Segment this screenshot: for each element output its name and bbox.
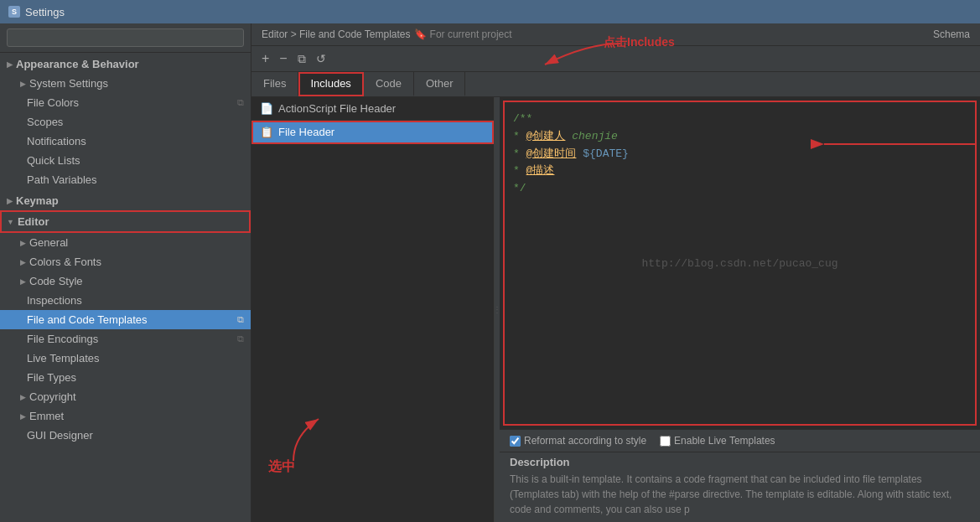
sidebar-item-path-variables[interactable]: Path Variables bbox=[0, 170, 251, 189]
template-item-file-header[interactable]: 📋 File Header bbox=[251, 121, 494, 144]
enable-live-label-text: Enable Live Templates bbox=[674, 435, 775, 447]
sidebar-item-file-encodings[interactable]: File Encodings ⧉ bbox=[0, 329, 251, 349]
description-title: Description bbox=[500, 452, 980, 472]
description-section: Description This is a built-in template.… bbox=[500, 452, 980, 522]
template-label-actionscript: ActionScript File Header bbox=[278, 102, 396, 115]
reformat-checkbox[interactable] bbox=[510, 436, 521, 447]
tab-includes[interactable]: Includes bbox=[298, 72, 363, 96]
code-asterisk-2: * bbox=[513, 147, 526, 160]
sidebar-item-scopes[interactable]: Scopes bbox=[0, 112, 251, 132]
code-time-label: @创建时间 bbox=[526, 147, 577, 160]
sidebar-item-keymap[interactable]: ▶ Keymap bbox=[0, 189, 251, 210]
template-header-icon: 📋 bbox=[260, 126, 273, 138]
expand-icon: ▶ bbox=[7, 197, 13, 205]
copy-icon-encodings: ⧉ bbox=[237, 333, 244, 344]
schema-label: Schema bbox=[933, 28, 970, 40]
sidebar-label-file-code-templates: File and Code Templates bbox=[27, 313, 148, 326]
title-bar-text: Settings bbox=[25, 6, 65, 18]
sidebar-label-path-variables: Path Variables bbox=[27, 173, 97, 186]
breadcrumb-text: Editor > File and Code Templates bbox=[262, 28, 411, 40]
code-line-3: * @创建时间 ${DATE} bbox=[513, 146, 967, 163]
copy-template-button[interactable]: ⧉ bbox=[294, 50, 309, 68]
enable-live-checkbox[interactable] bbox=[660, 436, 671, 447]
expand-icon-editor: ▼ bbox=[7, 218, 14, 226]
sidebar-label-copyright: Copyright bbox=[29, 390, 76, 403]
sidebar-label-quick-lists: Quick Lists bbox=[27, 154, 80, 167]
sidebar-label-general: General bbox=[29, 236, 68, 249]
sidebar-item-inspections[interactable]: Inspections bbox=[0, 291, 251, 310]
reset-button[interactable]: ↺ bbox=[313, 50, 329, 67]
expand-icon-code-style: ▶ bbox=[20, 277, 26, 286]
sidebar-item-editor[interactable]: ▼ Editor bbox=[0, 210, 251, 233]
copy-icon-templates: ⧉ bbox=[237, 314, 244, 325]
sidebar-item-appearance[interactable]: ▶ Appearance & Behavior bbox=[0, 53, 251, 74]
right-panel: Editor > File and Code Templates 🔖 For c… bbox=[251, 23, 980, 522]
sidebar-label-inspections: Inspections bbox=[27, 294, 82, 307]
enable-live-checkbox-label[interactable]: Enable Live Templates bbox=[660, 435, 775, 447]
sidebar-item-colors-fonts[interactable]: ▶ Colors & Fonts bbox=[0, 252, 251, 271]
sidebar-label-keymap: Keymap bbox=[16, 194, 59, 207]
sidebar-label-editor: Editor bbox=[18, 215, 49, 228]
app-icon: S bbox=[8, 6, 20, 18]
split-panel: 📄 ActionScript File Header 📋 File Header bbox=[251, 97, 980, 522]
sidebar-label-live-templates: Live Templates bbox=[27, 352, 99, 364]
description-text: This is a built-in template. It contains… bbox=[500, 472, 980, 522]
sidebar-label-file-types: File Types bbox=[27, 371, 76, 384]
bottom-controls: Reformat according to style Enable Live … bbox=[500, 429, 980, 452]
sidebar-item-notifications[interactable]: Notifications bbox=[0, 132, 251, 151]
sidebar-label-gui-designer: GUI Designer bbox=[27, 429, 93, 442]
sidebar-item-copyright[interactable]: ▶ Copyright bbox=[0, 387, 251, 406]
code-line-2: * @创建人 chenjie bbox=[513, 128, 967, 146]
expand-icon: ▶ bbox=[7, 60, 13, 69]
code-date-variable: ${DATE} bbox=[583, 147, 629, 160]
sidebar-item-file-colors[interactable]: File Colors ⧉ bbox=[0, 93, 251, 112]
watermark-text: http://blog.csdn.net/pucao_cug bbox=[641, 257, 837, 270]
sidebar-item-live-templates[interactable]: Live Templates bbox=[0, 349, 251, 368]
sidebar-search[interactable] bbox=[0, 23, 251, 53]
sidebar: ▶ Appearance & Behavior ▶ System Setting… bbox=[0, 23, 251, 522]
expand-icon-emmet: ▶ bbox=[20, 412, 26, 421]
main-content: ▶ Appearance & Behavior ▶ System Setting… bbox=[0, 23, 980, 522]
code-line-5: */ bbox=[513, 180, 967, 198]
sidebar-label-code-style: Code Style bbox=[29, 275, 83, 287]
code-editor[interactable]: /** * @创建人 chenjie * @创建时间 ${DATE} bbox=[503, 101, 977, 426]
tab-code[interactable]: Code bbox=[364, 72, 414, 96]
sidebar-label-scopes: Scopes bbox=[27, 116, 63, 128]
select-annotation: 选中 bbox=[268, 458, 295, 476]
remove-button[interactable]: − bbox=[276, 49, 290, 68]
tab-other[interactable]: Other bbox=[414, 72, 466, 96]
tabs-bar: Files Includes Code Other bbox=[251, 72, 980, 97]
template-label-file-header: File Header bbox=[278, 126, 334, 138]
sidebar-item-file-and-code-templates[interactable]: File and Code Templates ⧉ bbox=[0, 310, 251, 329]
copy-icon: ⧉ bbox=[237, 97, 244, 108]
sidebar-item-emmet[interactable]: ▶ Emmet bbox=[0, 406, 251, 426]
tab-files[interactable]: Files bbox=[251, 72, 298, 96]
sidebar-item-code-style[interactable]: ▶ Code Style bbox=[0, 271, 251, 291]
code-creator-label: @创建人 bbox=[526, 130, 566, 142]
sidebar-item-system-settings[interactable]: ▶ System Settings bbox=[0, 74, 251, 93]
sidebar-label-appearance: Appearance & Behavior bbox=[16, 58, 139, 70]
toolbar-wrapper: + − ⧉ ↺ 点击Includes bbox=[251, 46, 980, 72]
breadcrumb: Editor > File and Code Templates 🔖 For c… bbox=[251, 23, 980, 46]
sidebar-label-colors-fonts: Colors & Fonts bbox=[29, 256, 101, 268]
toolbar: + − ⧉ ↺ bbox=[251, 46, 980, 72]
expand-icon-general: ▶ bbox=[20, 239, 26, 247]
reformat-checkbox-label[interactable]: Reformat according to style bbox=[510, 435, 646, 447]
search-input[interactable] bbox=[7, 28, 244, 47]
for-current-project: For current project bbox=[430, 28, 512, 40]
code-asterisk-3: * bbox=[513, 164, 526, 177]
template-list: 📄 ActionScript File Header 📋 File Header bbox=[251, 97, 495, 522]
sidebar-item-general[interactable]: ▶ General bbox=[0, 233, 251, 252]
sidebar-item-file-types[interactable]: File Types bbox=[0, 368, 251, 387]
sidebar-label-file-colors: File Colors bbox=[27, 96, 79, 109]
reformat-label-text: Reformat according to style bbox=[524, 435, 646, 447]
template-item-actionscript[interactable]: 📄 ActionScript File Header bbox=[251, 97, 494, 121]
bookmark-icon: 🔖 bbox=[414, 28, 427, 40]
code-line-1: /** bbox=[513, 111, 967, 128]
code-desc-label: @描述 bbox=[526, 164, 555, 177]
sidebar-label-file-encodings: File Encodings bbox=[27, 333, 98, 345]
sidebar-item-gui-designer[interactable]: GUI Designer bbox=[0, 426, 251, 445]
add-button[interactable]: + bbox=[258, 49, 272, 68]
breadcrumb-left: Editor > File and Code Templates 🔖 For c… bbox=[262, 28, 512, 40]
sidebar-item-quick-lists[interactable]: Quick Lists bbox=[0, 151, 251, 170]
